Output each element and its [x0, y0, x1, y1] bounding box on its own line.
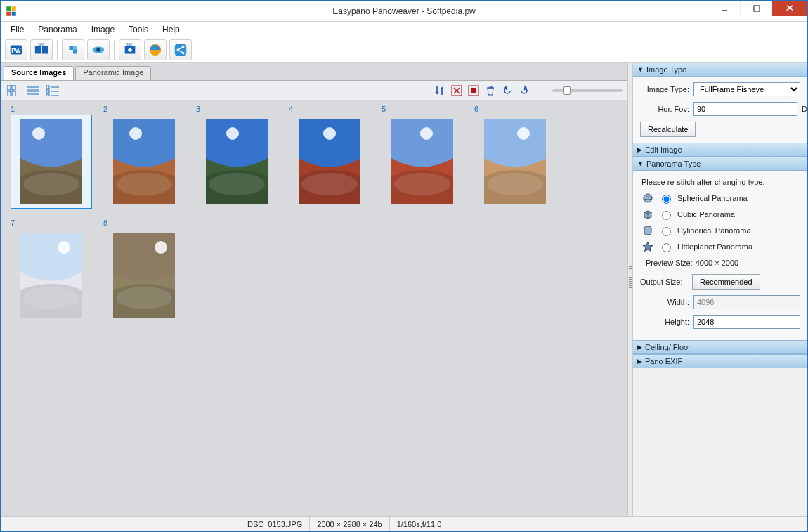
- remove-image-button[interactable]: [450, 84, 464, 98]
- hor-fov-input[interactable]: [693, 102, 797, 116]
- littleplanet-radio[interactable]: [662, 243, 671, 252]
- output-height-input[interactable]: [693, 315, 800, 329]
- panorama-type-option[interactable]: Cylindrical Panorama: [641, 224, 800, 237]
- thumbnail-frame[interactable]: [103, 115, 185, 209]
- thumbnail-image: [206, 119, 268, 204]
- vertical-splitter[interactable]: [627, 63, 633, 516]
- svg-text:360°: 360°: [38, 42, 45, 46]
- section-body-panorama-type: Please re-stitch after changing type. Sp…: [633, 171, 807, 340]
- menu-help[interactable]: Help: [157, 23, 185, 36]
- thumbnail-image: [113, 119, 175, 204]
- thumbnail-cell[interactable]: 5: [382, 105, 463, 209]
- section-body-image-type: Image Type: FullFrame Fisheye Hor. Fov: …: [633, 77, 807, 143]
- cylindrical-label: Cylindrical Panorama: [677, 226, 751, 235]
- tab-source-images[interactable]: Source Images: [4, 66, 74, 80]
- section-header-panorama-type[interactable]: ▼Panorama Type: [633, 157, 807, 171]
- thumbnail-frame[interactable]: [11, 115, 92, 209]
- window-title: Easypano Panoweaver - Softpedia.pw: [332, 6, 475, 16]
- thumbnail-toolbar: —: [1, 81, 627, 100]
- status-exif: 1/160s,f/11,0: [389, 517, 449, 531]
- menu-panorama[interactable]: Panorama: [32, 23, 82, 36]
- thumbnail-number: 3: [196, 105, 278, 113]
- content-tabs: Source Images Panoramic Image: [1, 65, 627, 81]
- height-label: Height:: [640, 318, 689, 326]
- sort-button[interactable]: [433, 84, 447, 98]
- view-row-button[interactable]: [25, 83, 41, 98]
- rotate-ccw-button[interactable]: [500, 84, 514, 98]
- delete-button[interactable]: [483, 84, 497, 98]
- svg-rect-8: [35, 46, 41, 53]
- thumbnail-cell[interactable]: 8: [103, 219, 185, 323]
- section-header-image-type[interactable]: ▼Image Type: [633, 63, 807, 77]
- spherical-label: Spherical Panorama: [677, 194, 748, 202]
- view-grid-button[interactable]: [5, 83, 22, 98]
- svg-point-12: [96, 48, 100, 52]
- toolbar-separator: [57, 40, 58, 60]
- thumbnail-image: [484, 119, 546, 204]
- thumbnail-frame[interactable]: [474, 115, 556, 209]
- restitch-note: Please re-stitch after changing type.: [641, 178, 800, 186]
- thumbnail-cell[interactable]: 1: [11, 105, 92, 209]
- thumbnail-frame[interactable]: [11, 228, 92, 323]
- publish-button[interactable]: 360°: [119, 39, 141, 60]
- tab-panoramic-image[interactable]: Panoramic Image: [75, 66, 151, 80]
- panorama-type-option[interactable]: Cubic Panorama: [641, 208, 800, 221]
- thumbnail-cell[interactable]: 7: [11, 219, 92, 323]
- svg-rect-21: [12, 85, 15, 90]
- output-width-input[interactable]: [693, 295, 800, 309]
- menu-tools[interactable]: Tools: [123, 23, 154, 36]
- thumbnail-cell[interactable]: 3: [196, 105, 278, 209]
- preview-button[interactable]: [87, 39, 110, 60]
- width-label: Width:: [640, 298, 689, 306]
- view-list-button[interactable]: [44, 83, 61, 98]
- cubic-radio[interactable]: [662, 211, 671, 220]
- cylindrical-radio[interactable]: [662, 227, 671, 236]
- open-project-button[interactable]: PW: [5, 39, 27, 60]
- preview-size-value: 4000 × 2000: [696, 259, 738, 267]
- recommended-button[interactable]: Recommended: [692, 274, 760, 290]
- thumbnail-cell[interactable]: 6: [474, 105, 556, 209]
- svg-point-49: [301, 173, 358, 195]
- thumbnail-number: 8: [103, 219, 185, 227]
- svg-rect-26: [46, 86, 49, 89]
- menu-file[interactable]: File: [5, 23, 30, 36]
- mask-button[interactable]: [467, 84, 481, 98]
- main-toolbar: PW 360° 360°: [1, 37, 807, 63]
- thumbnail-cell[interactable]: 2: [103, 105, 185, 209]
- spherical-radio[interactable]: [662, 195, 671, 204]
- section-header-edit-image[interactable]: ▶Edit Image: [633, 143, 807, 157]
- thumbnail-cell[interactable]: 4: [289, 105, 370, 209]
- close-button[interactable]: ✕: [772, 1, 807, 16]
- thumbnail-frame[interactable]: [289, 115, 370, 209]
- panorama-type-option[interactable]: Littleplanet Panorama: [641, 240, 800, 253]
- svg-rect-22: [7, 91, 11, 96]
- slider-minus-icon: —: [535, 86, 544, 96]
- batch-button[interactable]: 360°: [30, 39, 53, 60]
- svg-rect-9: [42, 46, 48, 53]
- rotate-cw-button[interactable]: [517, 84, 531, 98]
- stitch-button[interactable]: [62, 39, 84, 60]
- maximize-button[interactable]: [740, 1, 772, 16]
- section-header-pano-exif[interactable]: ▶Pano EXIF: [633, 354, 807, 368]
- thumbnail-frame[interactable]: [382, 115, 463, 209]
- thumbnail-frame[interactable]: [196, 115, 278, 209]
- chevron-right-icon: ▶: [637, 358, 642, 365]
- svg-text:360°: 360°: [126, 42, 133, 46]
- section-header-ceiling-floor[interactable]: ▶Ceiling/ Floor: [633, 340, 807, 354]
- panorama-type-option[interactable]: Spherical Panorama: [641, 192, 800, 205]
- thumbnail-frame[interactable]: [103, 228, 185, 323]
- menu-image[interactable]: Image: [86, 23, 120, 36]
- share-button[interactable]: [169, 39, 192, 60]
- upload-button[interactable]: [144, 39, 167, 60]
- chevron-right-icon: ▶: [637, 344, 642, 351]
- svg-point-67: [644, 194, 652, 202]
- status-bar: DSC_0153.JPG 2000 × 2988 × 24b 1/160s,f/…: [1, 516, 807, 531]
- recalculate-button[interactable]: Recalculate: [640, 122, 696, 137]
- svg-point-54: [420, 127, 433, 140]
- right-panel: ▼Image Type Image Type: FullFrame Fishey…: [633, 63, 807, 516]
- image-type-select[interactable]: FullFrame Fisheye: [693, 82, 800, 96]
- thumbnail-number: 2: [103, 105, 185, 113]
- svg-point-57: [487, 173, 543, 195]
- minimize-button[interactable]: [708, 1, 740, 16]
- thumbnail-size-slider[interactable]: [552, 89, 623, 92]
